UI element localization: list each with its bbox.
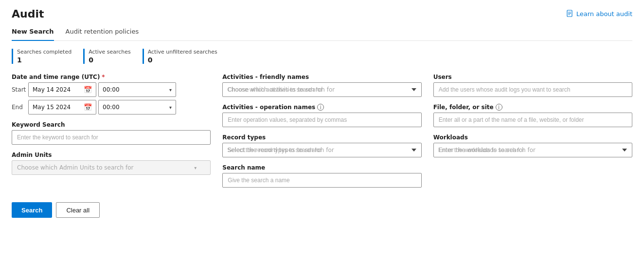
end-date-value: May 15 2024 [33, 104, 81, 111]
activities-operation-info-icon: i [317, 104, 324, 111]
stat-searches-completed: Searches completed 1 [12, 49, 72, 64]
required-star: * [102, 74, 105, 80]
workloads-label: Workloads [433, 134, 632, 141]
keyword-search-input[interactable] [12, 130, 211, 145]
activities-friendly-section: Activities - friendly names Choose which… [222, 74, 421, 97]
workloads-section: Workloads Enter the workloads to search … [433, 134, 632, 157]
start-calendar-icon[interactable]: 📅 [84, 86, 92, 94]
search-name-label: Search name [222, 164, 421, 171]
start-time-chevron: ▾ [169, 87, 172, 93]
search-name-section: Search name [222, 164, 421, 188]
activities-operation-label: Activities - operation names i [222, 104, 421, 111]
audit-page: Audit Learn about audit New Search Audit… [0, 0, 644, 267]
keyword-search-label: Keyword Search [12, 121, 211, 128]
activities-operation-section: Activities - operation names i [222, 104, 421, 127]
end-date-input[interactable]: May 15 2024 📅 [28, 100, 96, 114]
users-section: Users [433, 74, 632, 97]
users-label: Users [433, 74, 632, 80]
form-column-3: Users File, folder, or site i Workloads [433, 74, 632, 194]
start-time-select[interactable]: 00:00 ▾ [98, 82, 176, 97]
admin-units-section: Admin Units Choose which Admin Units to … [12, 152, 211, 175]
file-folder-site-label: File, folder, or site i [433, 104, 632, 111]
start-date-input[interactable]: May 14 2024 📅 [28, 82, 96, 97]
tab-audit-retention[interactable]: Audit retention policies [66, 24, 139, 41]
stat-unfiltered-value: 0 [148, 56, 217, 64]
file-folder-site-input[interactable] [433, 113, 632, 127]
stat-unfiltered-searches: Active unfiltered searches 0 [143, 49, 217, 64]
form-buttons: Search Clear all [12, 198, 632, 218]
users-input[interactable] [433, 82, 632, 97]
clear-all-button[interactable]: Clear all [56, 202, 100, 218]
page-header: Audit Learn about audit [12, 8, 632, 20]
start-date-value: May 14 2024 [33, 86, 81, 93]
start-time-value: 00:00 [103, 86, 120, 93]
form-grid: Date and time range (UTC) * Start May 14… [12, 74, 632, 194]
admin-units-select-wrapper: Choose which Admin Units to search for▾ [12, 160, 211, 175]
learn-link-text: Learn about audit [576, 10, 632, 18]
stat-completed-label: Searches completed [17, 49, 72, 55]
document-icon [566, 10, 574, 18]
stat-unfiltered-label: Active unfiltered searches [148, 49, 217, 55]
file-folder-site-section: File, folder, or site i [433, 104, 632, 127]
activities-friendly-select[interactable]: Choose which activities to search for [222, 82, 421, 97]
stat-active-searches: Active searches 0 [83, 49, 131, 64]
end-time-select[interactable]: 00:00 ▾ [98, 100, 176, 114]
record-types-label: Record types [222, 134, 421, 141]
stat-active-label: Active searches [89, 49, 131, 55]
form-column-2: Activities - friendly names Choose which… [222, 74, 421, 194]
end-calendar-icon[interactable]: 📅 [84, 103, 92, 111]
search-name-input[interactable] [222, 173, 421, 188]
end-time-value: 00:00 [103, 104, 120, 111]
record-types-section: Record types Select the record types to … [222, 134, 421, 157]
page-title: Audit [12, 8, 44, 20]
keyword-search-section: Keyword Search [12, 121, 211, 145]
record-types-wrapper: Select the record types to search for Se… [222, 143, 421, 157]
admin-units-label: Admin Units [12, 152, 211, 158]
end-time-chevron: ▾ [169, 105, 172, 110]
file-folder-site-info-icon: i [496, 104, 502, 111]
learn-about-audit-link[interactable]: Learn about audit [566, 10, 632, 18]
stat-completed-value: 1 [17, 56, 72, 64]
activities-friendly-wrapper: Choose which activities to search for Ch… [222, 82, 421, 97]
date-range-section: Date and time range (UTC) * Start May 14… [12, 74, 211, 114]
date-start-row: Start May 14 2024 📅 00:00 ▾ [12, 82, 211, 97]
workloads-select[interactable]: Enter the workloads to search for [433, 143, 632, 157]
workloads-wrapper: Enter the workloads to search for Enter … [433, 143, 632, 157]
start-label: Start [12, 86, 26, 93]
date-range-label: Date and time range (UTC) * [12, 74, 211, 80]
activities-friendly-label: Activities - friendly names [222, 74, 421, 80]
stat-active-value: 0 [89, 56, 131, 64]
admin-units-display: Choose which Admin Units to search for▾ [12, 160, 211, 175]
search-button[interactable]: Search [12, 202, 52, 218]
tab-new-search[interactable]: New Search [12, 24, 54, 41]
form-column-1: Date and time range (UTC) * Start May 14… [12, 74, 211, 194]
date-end-row: End May 15 2024 📅 00:00 ▾ [12, 100, 211, 114]
activities-operation-input[interactable] [222, 113, 421, 127]
tabs-container: New Search Audit retention policies [12, 24, 632, 41]
stats-row: Searches completed 1 Active searches 0 A… [12, 49, 632, 64]
record-types-select[interactable]: Select the record types to search for [222, 143, 421, 157]
end-label: End [12, 104, 26, 111]
